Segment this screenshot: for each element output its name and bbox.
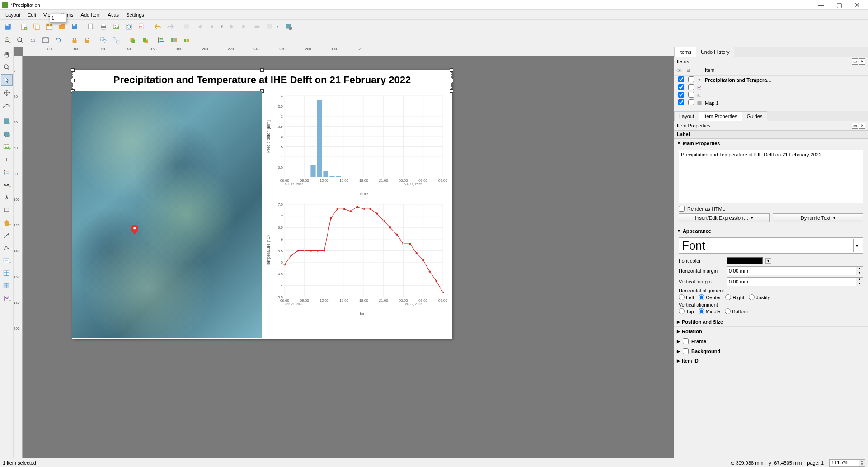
layout-page[interactable]: Precipitation and Temperature at IHE Del… <box>72 70 452 339</box>
add-marker-icon[interactable]: + <box>1 217 13 229</box>
layout-map[interactable] <box>72 91 262 338</box>
tab-undo-history[interactable]: Undo History <box>696 47 735 57</box>
item-visible-checkbox[interactable] <box>678 92 684 98</box>
add-map-icon[interactable]: + <box>1 116 13 127</box>
new-layout-icon[interactable]: + <box>18 21 30 33</box>
move-content-tool-icon[interactable] <box>1 87 13 99</box>
section-main-properties[interactable]: ▼Main Properties <box>674 139 868 148</box>
add-3dmap-icon[interactable]: + <box>1 128 13 140</box>
add-nodeitem-icon[interactable]: + <box>1 242 13 254</box>
layout-title-label[interactable]: Precipitation and Temperature at IHE Del… <box>72 74 452 86</box>
layout-plot-temperature[interactable]: 3.544.555.566.577.506:00Feb 21, 202209:0… <box>264 200 450 317</box>
atlas-preview-icon[interactable] <box>181 21 192 33</box>
add-scalebar-icon[interactable]: + <box>1 179 13 191</box>
item-row[interactable] <box>674 91 868 99</box>
font-selector[interactable]: Font ▾ <box>679 237 863 254</box>
print-icon[interactable] <box>98 21 109 33</box>
render-html-checkbox[interactable] <box>679 206 685 212</box>
zoom-actual-icon[interactable]: 1:1 <box>27 34 39 46</box>
add-plot-icon[interactable]: + <box>1 293 13 305</box>
atlas-settings-icon[interactable] <box>283 21 295 33</box>
item-visible-checkbox[interactable] <box>678 76 684 82</box>
section-item-id[interactable]: ▶Item ID <box>674 356 868 365</box>
duplicate-layout-icon[interactable] <box>31 21 42 33</box>
dropdown-icon[interactable]: ▾ <box>765 258 771 264</box>
item-visible-checkbox[interactable] <box>678 99 684 105</box>
section-background[interactable]: ▶Background <box>674 346 868 356</box>
panel-close-icon[interactable]: ✕ <box>859 58 865 65</box>
item-row[interactable]: Map 1 <box>674 99 868 107</box>
tab-item-properties[interactable]: Item Properties <box>699 111 742 121</box>
vertical-margin-input[interactable]: ▲▼ <box>727 277 863 286</box>
atlas-first-icon[interactable] <box>193 21 205 33</box>
dropdown-icon[interactable]: ▾ <box>853 239 860 252</box>
save-project-icon[interactable] <box>2 21 14 33</box>
menu-add-item[interactable]: Add Item <box>77 11 104 19</box>
undo-icon[interactable] <box>152 21 164 33</box>
add-label-icon[interactable]: T+ <box>1 154 13 165</box>
add-northarrow-icon[interactable]: + <box>1 192 13 203</box>
section-appearance[interactable]: ▼Appearance <box>674 226 868 236</box>
lower-icon[interactable] <box>139 34 151 46</box>
valign-radio-middle[interactable]: Middle <box>699 308 720 314</box>
zoom-level-input[interactable]: 111.7%▲▼ <box>829 459 865 467</box>
dynamic-text-button[interactable]: Dynamic Text <box>773 213 864 222</box>
refresh-icon[interactable] <box>52 34 64 46</box>
atlas-last-icon[interactable] <box>239 21 250 33</box>
item-row[interactable] <box>674 84 868 91</box>
menu-edit[interactable]: Edit <box>24 11 40 19</box>
section-position-and-size[interactable]: ▶Position and Size <box>674 317 868 326</box>
tab-items[interactable]: Items <box>674 47 696 57</box>
atlas-page-input[interactable] <box>50 14 66 23</box>
tab-guides[interactable]: Guides <box>742 111 768 121</box>
item-lock-checkbox[interactable] <box>688 76 694 82</box>
add-image-icon[interactable]: + <box>1 141 13 153</box>
export-svg-icon[interactable] <box>123 21 135 33</box>
item-visible-checkbox[interactable] <box>678 84 684 90</box>
item-lock-checkbox[interactable] <box>688 84 694 90</box>
font-color-swatch[interactable] <box>727 257 763 264</box>
export-image-icon[interactable] <box>110 21 122 33</box>
page-dropdown-icon[interactable]: ▾ <box>219 21 225 33</box>
halign-radio-left[interactable]: Left <box>679 294 694 300</box>
unlock-icon[interactable] <box>81 34 93 46</box>
add-page-icon[interactable]: + <box>85 21 97 33</box>
atlas-prev-icon[interactable] <box>206 21 218 33</box>
select-tool-icon[interactable] <box>1 74 13 86</box>
panel-float-icon[interactable]: ▭ <box>852 58 858 65</box>
ungroup-icon[interactable] <box>110 34 122 46</box>
label-text-input[interactable] <box>679 150 863 203</box>
add-legend-icon[interactable]: + <box>1 166 13 178</box>
layout-plot-precipitation[interactable]: 0.511.522.533.5406:00Feb 21, 202209:0012… <box>264 91 450 198</box>
valign-radio-top[interactable]: Top <box>679 308 694 314</box>
menu-layout[interactable]: Layout <box>2 11 24 19</box>
export-pdf-icon[interactable]: PDF <box>136 21 147 33</box>
save-template-icon[interactable] <box>69 21 80 33</box>
horizontal-margin-input[interactable]: ▲▼ <box>727 266 863 275</box>
menu-atlas[interactable]: Atlas <box>104 11 122 19</box>
tab-layout[interactable]: Layout <box>674 111 699 121</box>
close-button[interactable]: ✕ <box>848 0 866 10</box>
atlas-export-icon[interactable] <box>264 21 276 33</box>
zoom-out-icon[interactable]: − <box>14 34 26 46</box>
raise-icon[interactable] <box>127 34 138 46</box>
pan-tool-icon[interactable] <box>1 49 13 61</box>
layout-canvas[interactable]: 80 100 120 140 160 180 200 220 240 260 2… <box>14 47 674 458</box>
item-row[interactable]: T Precipitation and Tempera… <box>674 76 868 84</box>
add-table-icon[interactable]: + <box>1 268 13 279</box>
group-icon[interactable] <box>98 34 109 46</box>
edit-nodes-tool-icon[interactable] <box>1 99 13 111</box>
add-fixedtable-icon[interactable]: + <box>1 280 13 292</box>
panel-close-icon[interactable]: ✕ <box>859 123 865 129</box>
zoom-full-icon[interactable] <box>40 34 52 46</box>
halign-radio-justify[interactable]: Justify <box>749 294 770 300</box>
section-frame[interactable]: ▶Frame <box>674 336 868 346</box>
halign-radio-center[interactable]: Center <box>699 294 721 300</box>
valign-radio-bottom[interactable]: Bottom <box>725 308 748 314</box>
halign-radio-right[interactable]: Right <box>725 294 744 300</box>
add-arrow-icon[interactable]: + <box>1 230 13 241</box>
zoom-tool-icon[interactable] <box>1 61 13 73</box>
minimize-button[interactable]: — <box>812 0 830 10</box>
section-rotation[interactable]: ▶Rotation <box>674 326 868 336</box>
atlas-print-icon[interactable] <box>251 21 263 33</box>
